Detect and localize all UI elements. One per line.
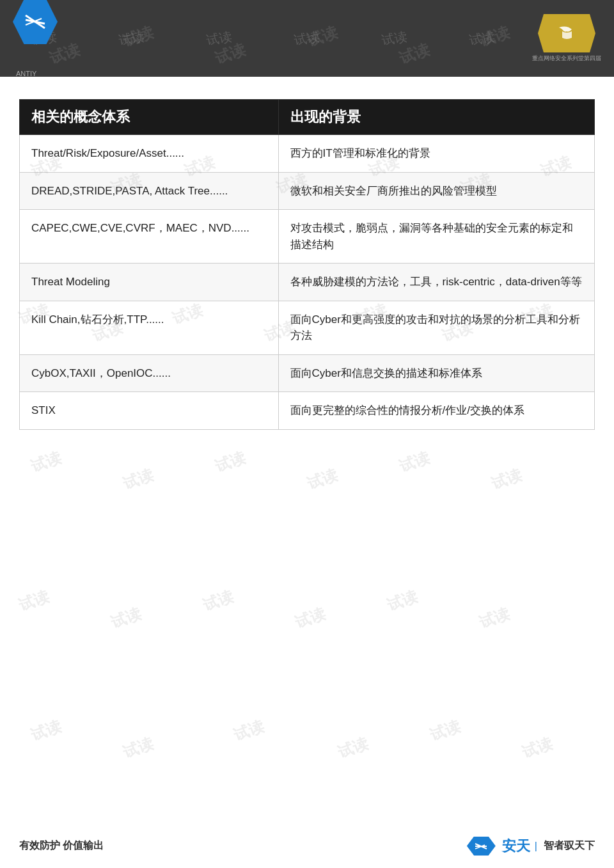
footer-right: 安天 | 智者驭天下 [467,837,595,856]
table-row: Threat/Risk/Exposure/Asset......西方的IT管理和… [20,135,595,173]
header-wm-5: 试读 [381,28,409,49]
logo-hexagon [13,0,58,44]
table-cell-right: 面向Cyber和更高强度的攻击和对抗的场景的分析工具和分析方法 [278,301,594,354]
table-cell-left: CybOX,TAXII，OpenIOC...... [20,354,279,392]
footer-brand: 安天 [502,837,530,856]
brand-logo-inner [549,20,585,47]
table-cell-left: STIX [20,392,279,430]
header: 试读 试读 试读 试读 试读 试读 试读 ANTIY [0,0,614,77]
brand-logo-svg [549,20,585,45]
logo-svg [19,6,51,38]
footer-separator: | [535,840,537,852]
table-cell-right: 面向更完整的综合性的情报分析/作业/交换的体系 [278,392,594,430]
table-cell-left: Threat/Risk/Exposure/Asset...... [20,135,279,173]
table-row: CAPEC,CWE,CVE,CVRF，MAEC，NVD......对攻击模式，脆… [20,210,595,264]
header-wm-4: 试读 [293,28,321,49]
col1-header: 相关的概念体系 [20,100,279,135]
table-row: Threat Modeling各种威胁建模的方法论，工具，risk-centri… [20,264,595,301]
table-row: Kill Chain,钻石分析,TTP......面向Cyber和更高强度的攻击… [20,301,595,354]
table-cell-right: 微软和相关安全厂商所推出的风险管理模型 [278,172,594,210]
table-row: STIX面向更完整的综合性的情报分析/作业/交换的体系 [20,392,595,430]
header-watermarks: 试读 试读 试读 试读 试读 试读 试读 [0,0,614,77]
table-row: DREAD,STRIDE,PASTA, Attack Tree......微软和… [20,172,595,210]
table-cell-left: Kill Chain,钻石分析,TTP...... [20,301,279,354]
footer-brand-sub: 智者驭天下 [544,839,595,853]
footer-left-text: 有效防护 价值输出 [19,839,104,853]
table-cell-left: Threat Modeling [20,264,279,301]
main-table: 相关的概念体系 出现的背景 Threat/Risk/Exposure/Asset… [19,99,595,430]
footer-logo-icon [467,837,496,856]
table-row: CybOX,TAXII，OpenIOC......面向Cyber和信息交换的描述… [20,354,595,392]
table-cell-right: 西方的IT管理和标准化的背景 [278,135,594,173]
table-cell-right: 对攻击模式，脆弱点，漏洞等各种基础的安全元素的标定和描述结构 [278,210,594,264]
col2-header: 出现的背景 [278,100,594,135]
header-wm-3: 试读 [205,28,233,49]
logo-area: ANTIY [13,0,58,77]
brand-logo [538,14,595,52]
footer-logo-svg [472,840,490,853]
table-cell-right: 各种威胁建模的方法论，工具，risk-centric，data-driven等等 [278,264,594,301]
table-cell-left: DREAD,STRIDE,PASTA, Attack Tree...... [20,172,279,210]
header-wm-2: 试读 [118,28,146,49]
table-cell-right: 面向Cyber和信息交换的描述和标准体系 [278,354,594,392]
table-cell-left: CAPEC,CWE,CVE,CVRF，MAEC，NVD...... [20,210,279,264]
header-wm-6: 试读 [468,28,496,49]
